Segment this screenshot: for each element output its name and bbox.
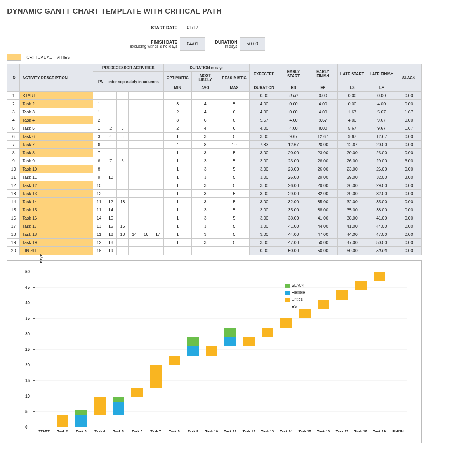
cell[interactable] (116, 214, 128, 222)
cell[interactable] (163, 92, 191, 100)
cell[interactable]: 8 (93, 165, 105, 173)
cell[interactable]: 1 (163, 149, 191, 157)
cell[interactable]: 35.00 (308, 198, 338, 206)
cell[interactable]: 5 (219, 149, 249, 157)
cell[interactable]: 5 (219, 165, 249, 173)
cell[interactable]: 12.67 (337, 141, 367, 149)
cell[interactable] (140, 173, 152, 181)
cell[interactable]: 1 (93, 100, 105, 108)
cell[interactable]: Task 18 (20, 230, 93, 239)
cell[interactable]: 0.00 (279, 100, 308, 108)
cell[interactable] (140, 133, 152, 141)
cell[interactable]: 3 (93, 133, 105, 141)
cell[interactable] (116, 247, 128, 255)
cell[interactable]: 0.00 (396, 230, 422, 239)
cell[interactable]: 15 (7, 206, 20, 214)
cell[interactable]: 32.00 (279, 198, 308, 206)
cell[interactable]: 7.33 (249, 141, 279, 149)
cell[interactable]: Task 13 (20, 190, 93, 198)
cell[interactable]: 3.00 (249, 214, 279, 222)
cell[interactable]: 10 (219, 141, 249, 149)
cell[interactable]: 5 (219, 157, 249, 165)
cell[interactable]: 47.00 (279, 239, 308, 247)
cell[interactable] (129, 239, 140, 247)
cell[interactable]: 20.00 (279, 149, 308, 157)
cell[interactable]: 26.00 (337, 181, 367, 190)
cell[interactable]: 0.00 (396, 133, 422, 141)
cell[interactable] (152, 222, 163, 230)
cell[interactable]: Task 14 (20, 198, 93, 206)
cell[interactable]: Task 5 (20, 124, 93, 133)
cell[interactable] (152, 92, 163, 100)
cell[interactable]: 35.00 (337, 206, 367, 214)
cell[interactable]: 18 (7, 230, 20, 239)
cell[interactable]: 20.00 (367, 141, 396, 149)
cell[interactable]: 1 (163, 181, 191, 190)
cell[interactable]: 14 (105, 206, 116, 214)
cell[interactable]: 44.00 (308, 222, 338, 230)
cell[interactable]: 6 (93, 141, 105, 149)
cell[interactable]: 1.67 (396, 108, 422, 116)
cell[interactable]: 20.00 (308, 141, 338, 149)
cell[interactable] (152, 116, 163, 124)
cell[interactable] (152, 165, 163, 173)
cell[interactable]: 6 (7, 133, 20, 141)
cell[interactable]: 1 (163, 222, 191, 230)
cell[interactable]: 4.00 (308, 100, 338, 108)
cell[interactable]: 3 (191, 133, 219, 141)
cell[interactable]: 4 (191, 124, 219, 133)
cell[interactable]: 4.00 (337, 116, 367, 124)
cell[interactable]: 2 (163, 108, 191, 116)
cell[interactable] (140, 198, 152, 206)
cell[interactable]: 5 (219, 133, 249, 141)
cell[interactable]: 1 (163, 173, 191, 181)
cell[interactable]: 2 (163, 124, 191, 133)
cell[interactable]: 4 (191, 108, 219, 116)
cell[interactable]: 5 (219, 198, 249, 206)
cell[interactable]: 26.00 (308, 157, 338, 165)
cell[interactable]: 10 (93, 181, 105, 190)
cell[interactable] (105, 181, 116, 190)
cell[interactable]: 4.00 (367, 100, 396, 108)
cell[interactable]: 5 (219, 230, 249, 239)
cell[interactable] (152, 157, 163, 165)
cell[interactable] (140, 206, 152, 214)
cell[interactable]: 3 (7, 108, 20, 116)
cell[interactable]: Task 10 (20, 165, 93, 173)
cell[interactable] (152, 124, 163, 133)
cell[interactable]: 3.00 (249, 133, 279, 141)
cell[interactable]: 2 (105, 124, 116, 133)
cell[interactable]: 47.00 (308, 230, 338, 239)
cell[interactable] (219, 92, 249, 100)
start-date-input[interactable]: 01/17 (180, 21, 205, 34)
cell[interactable]: 50.00 (308, 239, 338, 247)
cell[interactable]: 26.00 (308, 165, 338, 173)
cell[interactable]: 20 (7, 247, 20, 255)
cell[interactable] (129, 206, 140, 214)
cell[interactable]: Task 3 (20, 108, 93, 116)
cell[interactable]: 9 (7, 157, 20, 165)
cell[interactable] (129, 247, 140, 255)
cell[interactable]: 5 (219, 181, 249, 190)
cell[interactable]: 44.00 (337, 230, 367, 239)
cell[interactable]: 38.00 (367, 206, 396, 214)
cell[interactable] (93, 92, 105, 100)
cell[interactable]: START (20, 92, 93, 100)
cell[interactable]: 23.00 (279, 157, 308, 165)
cell[interactable]: 3.00 (249, 157, 279, 165)
cell[interactable]: 26.00 (279, 173, 308, 181)
cell[interactable]: 8 (116, 157, 128, 165)
cell[interactable]: 29.00 (337, 190, 367, 198)
cell[interactable]: 41.00 (367, 214, 396, 222)
cell[interactable] (129, 198, 140, 206)
cell[interactable]: 29.00 (308, 181, 338, 190)
cell[interactable]: 3 (191, 198, 219, 206)
cell[interactable] (140, 149, 152, 157)
cell[interactable] (152, 190, 163, 198)
cell[interactable]: 0.00 (396, 190, 422, 198)
cell[interactable]: 1 (163, 157, 191, 165)
cell[interactable]: 50.00 (337, 247, 367, 255)
cell[interactable]: 29.00 (279, 190, 308, 198)
cell[interactable]: 32.00 (367, 173, 396, 181)
cell[interactable]: 4 (7, 116, 20, 124)
